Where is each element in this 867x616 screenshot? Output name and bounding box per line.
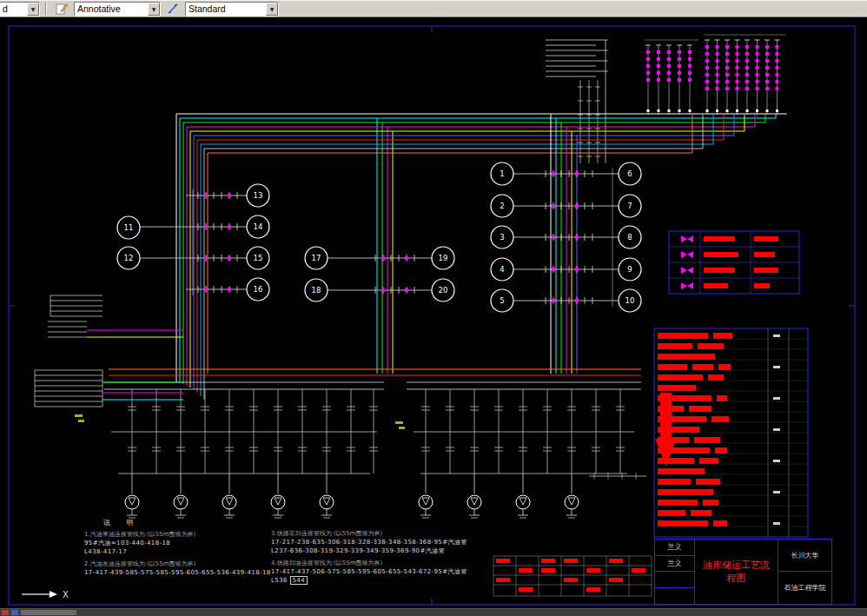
- layer-combo-arrow-icon[interactable]: ▼: [27, 3, 39, 16]
- note-label: 3.铁路装卸连接管线为:(以55m围墙为界): [271, 529, 499, 538]
- title-block-name: 兰义: [655, 540, 694, 556]
- styles-toolbar: d ▼ Annotative ▼ Standard ▼: [0, 0, 867, 17]
- svg-text:1: 1: [500, 169, 504, 178]
- note-label: 4.铁路卸油连接管线为:(以55m围墙为界): [271, 559, 499, 567]
- tank-20[interactable]: 20: [432, 279, 454, 301]
- svg-text:14: 14: [254, 222, 263, 231]
- svg-text:4: 4: [500, 265, 504, 274]
- tank-19[interactable]: 19: [432, 247, 454, 269]
- tank-15[interactable]: 15: [247, 247, 269, 269]
- pipe-schedule-table: [654, 328, 808, 537]
- standard-style-value: Standard: [186, 3, 266, 14]
- note-value: L536: [271, 577, 288, 584]
- note-boxed-value: 544: [290, 576, 308, 585]
- note-value: L536 544: [271, 576, 499, 585]
- svg-text:12: 12: [124, 254, 134, 262]
- layer-combo[interactable]: d ▼: [0, 2, 40, 17]
- legend-box: [669, 231, 799, 294]
- taskbar-app-button[interactable]: [21, 610, 76, 615]
- svg-text:7: 7: [627, 202, 632, 210]
- title-block-name: 兰义: [655, 556, 694, 573]
- taskbar-icon[interactable]: [2, 610, 9, 615]
- school-name: 长川大学: [778, 540, 831, 572]
- toolbar-separator: [45, 2, 47, 16]
- dim-style-button[interactable]: [163, 1, 182, 17]
- annotative-style-value: Annotative: [75, 3, 148, 14]
- notes-heading: 说 明: [103, 518, 501, 527]
- tank-18[interactable]: 18: [305, 279, 328, 301]
- text-style-icon: [56, 3, 68, 15]
- tank-7[interactable]: 7: [619, 195, 641, 217]
- tank-10[interactable]: 10: [619, 289, 641, 312]
- dim-style-icon: [167, 3, 179, 15]
- tank-8[interactable]: 8: [619, 226, 641, 248]
- annotative-style-combo[interactable]: Annotative ▼: [74, 2, 161, 17]
- ucs-x-label: X: [63, 590, 69, 599]
- svg-text:20: 20: [439, 286, 448, 295]
- notes-block: 说 明 1.汽油来油连接管线为:(以55m围墙为界) 95#汽油=103-440…: [84, 518, 501, 606]
- tank-valve-runs[interactable]: [140, 168, 619, 307]
- tank-2[interactable]: 2: [491, 195, 513, 217]
- svg-text:18: 18: [312, 286, 321, 295]
- title-block-empty-cell: [655, 588, 694, 605]
- svg-text:15: 15: [254, 254, 263, 262]
- tank-4[interactable]: 4: [491, 258, 513, 281]
- tank-14[interactable]: 14: [247, 215, 269, 238]
- tank-16[interactable]: 16: [247, 278, 269, 301]
- drawing-title: 油库储运工艺流程图: [695, 540, 778, 604]
- svg-text:11: 11: [124, 223, 134, 232]
- title-block-empty-cell: [655, 572, 694, 588]
- svg-text:8: 8: [627, 233, 632, 242]
- college-name: 石油工程学院: [778, 572, 831, 604]
- tank-13[interactable]: 13: [247, 184, 269, 207]
- tank-6[interactable]: 6: [619, 162, 641, 185]
- svg-text:9: 9: [627, 265, 632, 274]
- svg-text:13: 13: [254, 191, 263, 200]
- autocad-window: d ▼ Annotative ▼ Standard ▼: [0, 0, 867, 616]
- pump-manifolds[interactable]: [104, 382, 641, 518]
- title-block: 兰义 兰义 油库储运工艺流程图 长川大学 石油工程学院: [654, 539, 832, 605]
- svg-text:2: 2: [500, 202, 504, 210]
- annotative-combo-arrow-icon[interactable]: ▼: [148, 3, 160, 16]
- svg-text:19: 19: [439, 254, 448, 262]
- revision-table: [493, 556, 652, 596]
- ucs-icon: X: [22, 590, 69, 599]
- tank-1[interactable]: 1: [491, 162, 513, 185]
- title-block-name-column: 兰义 兰义: [655, 540, 695, 604]
- note-value: 17-417-437-506-575-585-595-605-655-543-6…: [271, 567, 499, 576]
- layer-combo-value: d: [0, 3, 27, 14]
- misc-annotations: [75, 414, 646, 480]
- drawing-canvas[interactable]: 1234567891011121314151617181920 X 说 明 1.…: [0, 17, 867, 608]
- tank-12[interactable]: 12: [117, 247, 140, 269]
- tank-3[interactable]: 3: [491, 226, 513, 248]
- note-value: 17-217-238-635-306-318-328-338-348-358-3…: [271, 538, 499, 546]
- standard-combo-arrow-icon[interactable]: ▼: [266, 3, 278, 16]
- tank-9[interactable]: 9: [619, 258, 641, 281]
- svg-text:3: 3: [500, 233, 504, 242]
- svg-text:6: 6: [627, 169, 632, 178]
- svg-text:5: 5: [500, 296, 504, 305]
- taskbar-icon[interactable]: [11, 610, 18, 615]
- svg-text:17: 17: [312, 254, 321, 262]
- text-style-button[interactable]: [52, 1, 71, 17]
- taskbar-fragment[interactable]: [0, 608, 867, 616]
- title-block-org-column: 长川大学 石油工程学院: [778, 540, 831, 604]
- left-detail-tables[interactable]: [35, 295, 183, 407]
- tank-11[interactable]: 11: [117, 216, 140, 239]
- note-value: L237-636-308-319-329-339-349-359-369-90#…: [271, 546, 499, 555]
- svg-text:10: 10: [625, 296, 635, 305]
- valve-manifold-clusters[interactable]: [645, 35, 785, 115]
- standard-style-combo[interactable]: Standard ▼: [185, 2, 279, 17]
- tank-5[interactable]: 5: [491, 289, 513, 312]
- tank-17[interactable]: 17: [305, 247, 328, 269]
- svg-text:16: 16: [254, 285, 263, 294]
